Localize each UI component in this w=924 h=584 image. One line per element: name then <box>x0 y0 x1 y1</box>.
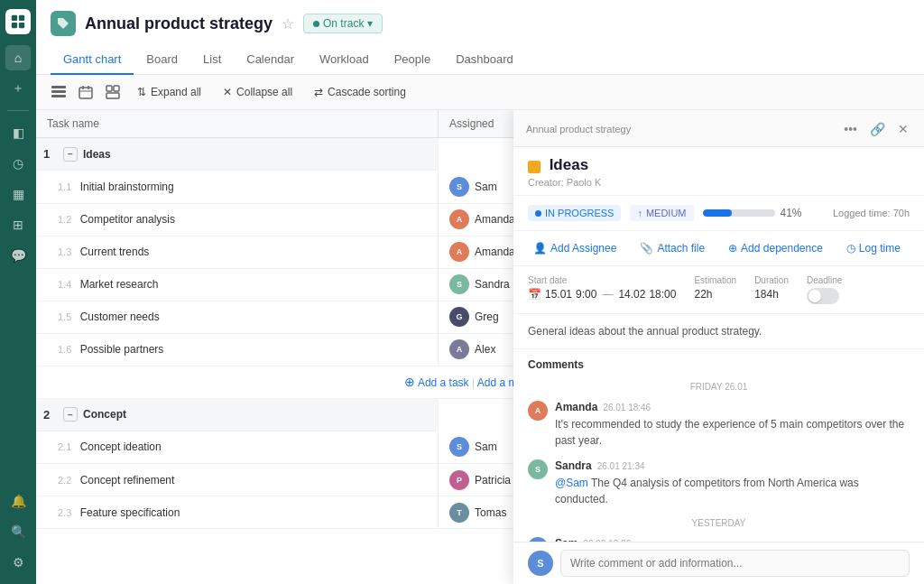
progress-bar-wrap: 41% <box>703 207 802 219</box>
estimation-label: Estimation <box>694 275 736 285</box>
nav-grid-icon[interactable]: ⊞ <box>5 212 31 237</box>
tab-list[interactable]: List <box>190 45 234 75</box>
task-name[interactable]: Possible partners <box>80 343 164 356</box>
task-name[interactable]: Customer needs <box>80 311 160 323</box>
finish-time[interactable]: 18:00 <box>649 288 676 301</box>
collapse-icon: ✕ <box>223 86 232 98</box>
svg-rect-2 <box>12 23 17 28</box>
group-view-icon[interactable] <box>105 84 121 100</box>
panel-more-btn[interactable]: ••• <box>841 119 860 139</box>
nav-settings-icon[interactable]: ⚙ <box>5 550 31 575</box>
log-time-btn[interactable]: ◷ Log time <box>841 238 906 258</box>
start-date-label: Start date <box>528 275 676 285</box>
task-assigned-name: Amanda <box>475 213 515 226</box>
tab-people[interactable]: People <box>382 45 443 75</box>
nav-clock-icon[interactable]: ◷ <box>5 151 31 176</box>
priority-up-icon: ↑ <box>637 208 642 218</box>
priority-tag[interactable]: ↑ MEDIUM <box>630 205 693 221</box>
cascade-sorting-btn[interactable]: ⇄ Cascade sorting <box>309 82 411 102</box>
priority-tag-label: MEDIUM <box>646 208 687 218</box>
nav-inbox-icon[interactable]: ◧ <box>5 120 31 145</box>
tab-workload[interactable]: Workload <box>307 45 382 75</box>
group-collapse-icon[interactable]: − <box>63 407 78 422</box>
task-name-cell: 2.1 Concept ideation <box>36 431 439 464</box>
deadline-toggle[interactable] <box>807 288 839 304</box>
comment-2-text: @Sam The Q4 analysis of competitors from… <box>555 475 910 507</box>
task-view-icon[interactable] <box>51 84 67 100</box>
comment-input-area: S <box>513 542 924 584</box>
toolbar: ⇅ Expand all ✕ Collapse all ⇄ Cascade so… <box>36 75 924 110</box>
finish-date[interactable]: 14.02 <box>618 288 645 301</box>
start-date-field: Start date 📅 15.01 9:00 — 14.02 18:00 <box>528 275 676 301</box>
nav-chart-icon[interactable]: ▦ <box>5 181 31 207</box>
panel-description: General ideas about the annual product s… <box>513 314 924 349</box>
duration-value[interactable]: 184h <box>754 288 789 301</box>
attach-file-btn[interactable]: 📎 Attach file <box>634 238 710 258</box>
svg-rect-13 <box>106 93 119 98</box>
task-assigned-name: Sam <box>475 181 497 193</box>
add-task-label[interactable]: Add a task <box>418 376 469 389</box>
comment-2-author: Sandra <box>555 459 592 472</box>
comment-1-text: It's recommended to study the experience… <box>555 416 910 449</box>
start-time[interactable]: 9:00 <box>576 288 596 301</box>
dependence-label: Add dependence <box>741 242 823 255</box>
calendar-view-icon[interactable] <box>78 84 94 100</box>
collapse-all-btn[interactable]: ✕ Collapse all <box>217 82 298 102</box>
expand-all-btn[interactable]: ⇅ Expand all <box>132 82 207 102</box>
comment-1-header: Amanda 26.01 18:46 <box>555 401 910 413</box>
panel-group-icon <box>528 161 541 173</box>
group-name-cell: 1 − Ideas <box>36 138 439 171</box>
task-name[interactable]: Market research <box>80 278 159 291</box>
task-avatar: P <box>449 470 469 490</box>
panel-header: Annual product strategy ••• 🔗 ✕ <box>513 110 924 147</box>
current-user-avatar: S <box>528 551 553 576</box>
panel-link-btn[interactable]: 🔗 <box>867 119 888 139</box>
task-assigned-name: Sandra <box>475 278 510 291</box>
comment-2-time: 26.01 21:34 <box>597 461 645 471</box>
nav-chat-icon[interactable]: 💬 <box>5 243 31 268</box>
add-dependence-btn[interactable]: ⊕ Add dependence <box>723 238 828 258</box>
progress-fill <box>703 209 733 217</box>
start-date[interactable]: 15.01 <box>545 288 572 301</box>
nav-bell-icon[interactable]: 🔔 <box>5 488 31 514</box>
tab-gantt-chart[interactable]: Gantt chart <box>51 45 134 75</box>
task-name[interactable]: Initial brainstorming <box>80 181 174 193</box>
task-avatar: A <box>449 209 469 229</box>
add-assignee-btn[interactable]: 👤 Add Assignee <box>528 238 622 258</box>
tab-dashboard[interactable]: Dashboard <box>443 45 526 75</box>
task-name[interactable]: Competitor analysis <box>80 213 175 226</box>
svg-rect-6 <box>51 95 66 97</box>
task-avatar: S <box>449 437 469 457</box>
comment-input[interactable] <box>560 550 910 577</box>
task-avatar: T <box>449 503 469 523</box>
nav-search-icon[interactable]: 🔍 <box>5 519 31 544</box>
logged-time: Logged time: 70h <box>833 208 910 218</box>
deadline-label: Deadline <box>807 275 842 285</box>
task-name-cell: 1.2 Competitor analysis <box>36 203 439 236</box>
duration-field: Duration 184h <box>754 275 789 301</box>
task-name[interactable]: Concept refinement <box>80 474 175 487</box>
panel-title-section: Ideas Creator: Paolo K <box>513 147 924 196</box>
task-name[interactable]: Current trends <box>80 246 150 258</box>
panel-close-btn[interactable]: ✕ <box>895 119 911 139</box>
task-name[interactable]: Concept ideation <box>80 440 162 453</box>
task-assigned-name: Alex <box>475 343 495 356</box>
status-tag[interactable]: IN PROGRESS <box>528 205 621 221</box>
mention-sam[interactable]: @Sam <box>555 477 588 489</box>
comment-2-body: Sandra 26.01 21:34 @Sam The Q4 analysis … <box>555 459 910 507</box>
star-icon[interactable]: ☆ <box>282 15 294 32</box>
nav-home-icon[interactable]: ⌂ <box>5 45 31 70</box>
group-collapse-icon[interactable]: − <box>63 147 78 162</box>
progress-dot <box>535 210 541 217</box>
task-name-cell: 2.2 Concept refinement <box>36 464 439 496</box>
panel-title: Ideas <box>550 156 588 173</box>
estimation-value[interactable]: 22h <box>694 288 736 301</box>
app-logo[interactable] <box>5 9 31 34</box>
status-badge[interactable]: On track ▾ <box>303 14 383 33</box>
task-name[interactable]: Feature specification <box>80 506 180 519</box>
group-name: Concept <box>83 408 126 421</box>
tab-board[interactable]: Board <box>134 45 190 75</box>
nav-plus-icon[interactable]: ＋ <box>5 76 31 101</box>
task-avatar: G <box>449 307 469 327</box>
tab-calendar[interactable]: Calendar <box>234 45 307 75</box>
